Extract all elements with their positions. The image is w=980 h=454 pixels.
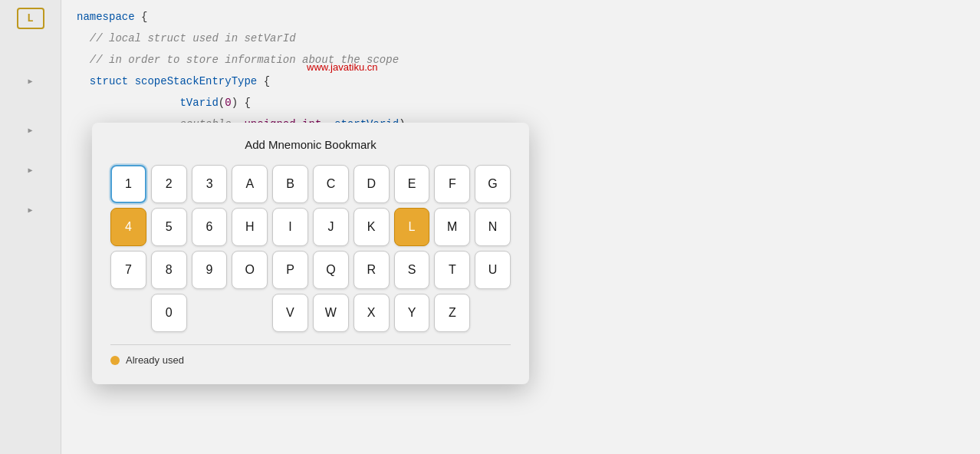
key-5[interactable]: 5 <box>151 208 187 246</box>
key-X[interactable]: X <box>354 294 390 332</box>
key-row-3: 7 8 9 O P Q R S T U <box>110 251 511 289</box>
key-C[interactable]: C <box>313 165 349 203</box>
key-T[interactable]: T <box>434 251 470 289</box>
key-O[interactable]: O <box>232 251 268 289</box>
key-3[interactable]: 3 <box>192 165 228 203</box>
key-D[interactable]: D <box>354 165 390 203</box>
key-K[interactable]: K <box>354 208 390 246</box>
key-row-1: 1 2 3 A B C D E F G <box>110 165 511 203</box>
used-indicator-dot <box>110 356 120 365</box>
key-S[interactable]: S <box>394 251 430 289</box>
key-M[interactable]: M <box>434 208 470 246</box>
key-F[interactable]: F <box>434 165 470 203</box>
watermark: www.javatiku.cn <box>307 61 377 73</box>
key-L[interactable]: L <box>394 208 430 246</box>
key-9[interactable]: 9 <box>192 251 228 289</box>
key-B[interactable]: B <box>272 165 308 203</box>
key-U[interactable]: U <box>475 251 511 289</box>
key-row-2: 4 5 6 H I J K L M N <box>110 208 511 246</box>
key-Q[interactable]: Q <box>313 251 349 289</box>
key-J[interactable]: J <box>313 208 349 246</box>
key-G[interactable]: G <box>475 165 511 203</box>
key-empty-3 <box>232 294 268 332</box>
key-E[interactable]: E <box>394 165 430 203</box>
key-R[interactable]: R <box>354 251 390 289</box>
key-I[interactable]: I <box>272 208 308 246</box>
legend-label: Already used <box>126 354 184 366</box>
key-P[interactable]: P <box>272 251 308 289</box>
add-mnemonic-bookmark-dialog: Add Mnemonic Bookmark 1 2 3 A B C D E F … <box>92 123 529 384</box>
key-6[interactable]: 6 <box>192 208 228 246</box>
modal-overlay: Add Mnemonic Bookmark 1 2 3 A B C D E F … <box>0 0 980 454</box>
legend: Already used <box>110 354 511 366</box>
key-Y[interactable]: Y <box>394 294 430 332</box>
key-empty-4 <box>475 294 511 332</box>
key-H[interactable]: H <box>232 208 268 246</box>
key-row-4: 0 V W X Y Z <box>110 294 511 332</box>
key-A[interactable]: A <box>232 165 268 203</box>
key-N[interactable]: N <box>475 208 511 246</box>
key-4[interactable]: 4 <box>110 208 146 246</box>
modal-title: Add Mnemonic Bookmark <box>110 138 511 151</box>
key-8[interactable]: 8 <box>151 251 187 289</box>
key-grid: 1 2 3 A B C D E F G 4 5 6 H I J K L <box>110 165 511 332</box>
legend-divider <box>110 344 511 345</box>
key-empty-2 <box>192 294 228 332</box>
key-2[interactable]: 2 <box>151 165 187 203</box>
key-W[interactable]: W <box>313 294 349 332</box>
key-empty-1 <box>110 294 146 332</box>
key-1[interactable]: 1 <box>110 165 146 203</box>
key-7[interactable]: 7 <box>110 251 146 289</box>
key-V[interactable]: V <box>272 294 308 332</box>
key-0[interactable]: 0 <box>151 294 187 332</box>
key-Z[interactable]: Z <box>434 294 470 332</box>
